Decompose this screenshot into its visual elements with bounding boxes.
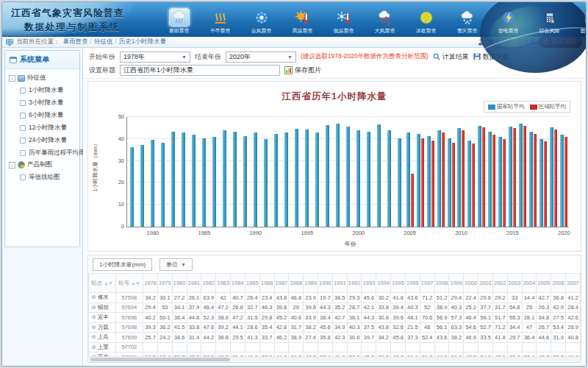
nav-item-hail[interactable]: 冰雹普查 [409,8,442,35]
tree-group[interactable]: -产品制图 [7,159,78,171]
bar-regional-avg[interactable] [462,130,465,227]
col-year[interactable]: 1996 [405,274,420,293]
station-name-cell[interactable]: ⊕宜丰 [89,313,116,323]
bar-regional-avg[interactable] [523,126,526,227]
station-name-cell[interactable]: ⊕铜鼓 [89,302,116,313]
bar-national-avg[interactable] [398,138,401,227]
col-year[interactable]: 1993 [362,274,376,293]
horizontal-scrollbar[interactable] [88,356,581,362]
tree-item[interactable]: 24小时降水量 [7,134,78,146]
bar-national-avg[interactable] [387,130,391,227]
unit-dropdown[interactable]: 单位 ▼ [159,258,193,271]
breadcrumb-item[interactable]: 历史1小时降水量 [119,38,166,45]
bar-regional-avg[interactable] [452,143,455,227]
bar-national-avg[interactable] [478,126,481,227]
bar-national-avg[interactable] [243,136,247,227]
collapse-icon[interactable]: - [9,75,15,82]
bar-regional-avg[interactable] [554,130,557,227]
bar-national-avg[interactable] [151,140,154,227]
legend-item[interactable]: 国家站平均 [488,103,525,110]
col-year[interactable]: 1985 [245,274,259,293]
col-year[interactable]: 1989 [304,274,318,293]
col-year[interactable]: 2005 [537,274,551,293]
bar-national-avg[interactable] [182,132,185,227]
col-year[interactable]: 1991 [332,274,347,293]
col-year[interactable]: 1998 [434,274,449,293]
col-year[interactable]: 1978 [143,274,158,293]
bar-national-avg[interactable] [315,132,319,227]
col-station[interactable]: 站点 ▲▼ [89,274,116,293]
bar-national-avg[interactable] [274,134,278,227]
bar-regional-avg[interactable] [482,127,485,227]
bar-regional-avg[interactable] [513,128,516,227]
bar-national-avg[interactable] [223,130,226,227]
col-year[interactable]: 1979 [157,274,172,293]
expand-icon[interactable]: ⊕ [91,304,96,311]
bar-national-avg[interactable] [233,132,237,227]
nav-item-snow[interactable]: 雪灾普查 [451,8,484,35]
table-metric-box[interactable]: 1小时降水量(mm) [93,258,152,271]
bar-regional-avg[interactable] [472,144,475,227]
tree-group[interactable]: -特征值 [7,72,78,84]
bar-regional-avg[interactable] [431,141,434,227]
collapse-icon[interactable]: - [9,162,15,169]
bar-regional-avg[interactable] [503,139,506,227]
tree-item[interactable]: 3小时降水量 [7,96,78,109]
bar-national-avg[interactable] [488,132,492,227]
sort-icon[interactable]: ▲▼ [131,281,140,286]
start-year-select[interactable]: 1978年▼ [120,52,190,63]
bar-national-avg[interactable] [326,125,329,227]
bar-national-avg[interactable] [284,132,288,227]
tree-item[interactable]: 历年暴雨过程平均雨量 [7,146,78,159]
bar-national-avg[interactable] [448,138,451,227]
bar-national-avg[interactable] [509,127,512,227]
col-year[interactable]: 1983 [216,274,231,293]
nav-item-heat[interactable]: 高温普查 [286,8,319,35]
bar-national-avg[interactable] [336,124,340,227]
tree-item[interactable]: 1小时降水量 [7,84,78,96]
save-image-button[interactable]: 保存图片 [284,66,321,75]
table-row[interactable]: ⊕莲花5778933.636.242.829.445.638.344.731.2… [89,362,581,363]
bar-national-avg[interactable] [498,137,502,227]
bar-national-avg[interactable] [346,127,350,227]
expand-icon[interactable]: ⊕ [91,324,96,330]
bar-regional-avg[interactable] [492,135,495,227]
bar-national-avg[interactable] [130,147,134,227]
station-name-cell[interactable]: ⊕莲花 [89,362,116,363]
nav-item-calculator[interactable]: 综合风险 [533,8,566,35]
legend-item[interactable]: 区域站平均 [530,103,567,110]
bar-regional-avg[interactable] [411,174,414,227]
table-row[interactable]: ⊕修水5759834.230.127.226.163.94240.726.423… [89,293,581,303]
scrollbar-thumb[interactable] [90,358,230,361]
bar-national-avg[interactable] [539,139,543,227]
end-year-select[interactable]: 2020年▼ [226,52,296,63]
bar-national-avg[interactable] [356,130,360,227]
nav-item-map-review[interactable]: 图件审核 [574,8,587,35]
bar-national-avg[interactable] [202,138,206,227]
col-year[interactable]: 2007 [566,274,581,293]
expand-icon[interactable]: ⊕ [91,314,96,320]
bar-national-avg[interactable] [550,127,553,227]
col-year[interactable]: 1982 [201,274,216,293]
col-year[interactable]: 1988 [289,274,304,293]
nav-item-rain[interactable]: 暴雨普查 [162,8,196,35]
col-year[interactable]: 1984 [231,274,245,293]
col-year[interactable]: 1987 [274,274,289,293]
bar-national-avg[interactable] [254,132,257,227]
col-year[interactable]: 1980 [172,274,187,293]
col-year[interactable]: 1997 [420,274,434,293]
bar-national-avg[interactable] [212,137,216,227]
col-station-id[interactable]: 站号 ▲▼ [115,274,143,293]
bar-national-avg[interactable] [377,124,381,227]
bar-national-avg[interactable] [427,136,431,227]
col-year[interactable]: 1999 [449,274,464,293]
table-row[interactable]: ⊕宜丰5769640.250.136.444.852.338.647.231.5… [89,313,581,323]
station-name-cell[interactable]: ⊕上高 [89,333,116,343]
bar-national-avg[interactable] [519,124,523,227]
col-year[interactable]: 1990 [318,274,333,293]
table-row[interactable]: ⊕万载5769839.336.241.533.847.639.244.128.6… [89,322,581,333]
expand-icon[interactable]: ⊕ [91,294,96,300]
bar-national-avg[interactable] [437,130,441,227]
breadcrumb-item[interactable]: 特征值 [94,38,113,45]
station-name-cell[interactable]: ⊕上栗 [89,342,116,353]
